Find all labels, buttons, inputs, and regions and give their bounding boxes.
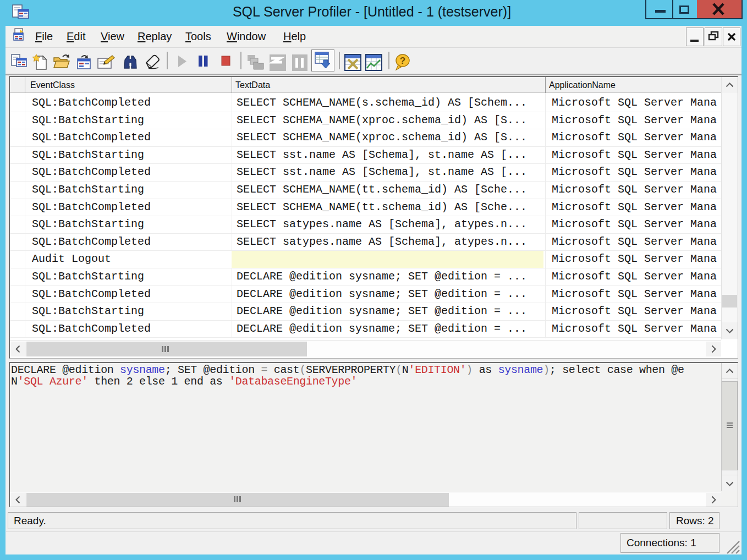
- svg-text:?: ?: [400, 56, 405, 66]
